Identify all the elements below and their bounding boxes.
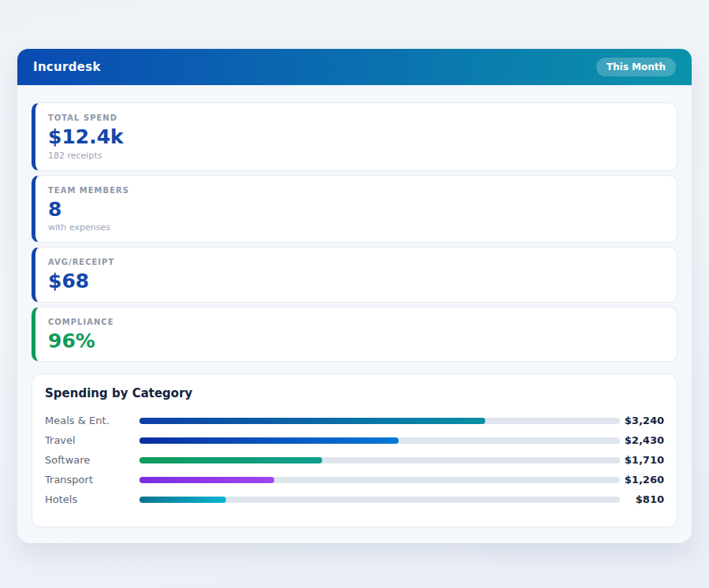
- spending-chart-card: Spending by Category Meals & Ent. $3,240…: [32, 374, 677, 527]
- stat-label: AVG/RECEIPT: [48, 258, 664, 266]
- category-value: $2,430: [620, 434, 664, 446]
- category-label: Transport: [45, 474, 139, 486]
- bar-track: [139, 437, 620, 444]
- stat-value: $68: [48, 270, 664, 292]
- period-badge[interactable]: This Month: [596, 58, 676, 76]
- dashboard-content: TOTAL SPEND $12.4k 182 receipts TEAM MEM…: [17, 85, 692, 543]
- bar-track: [139, 497, 620, 503]
- bar-fill: [139, 418, 485, 424]
- stat-subtext: with expenses: [48, 222, 664, 233]
- stat-card: COMPLIANCE 96%: [32, 307, 677, 363]
- category-value: $3,240: [620, 415, 664, 426]
- stat-value: $12.4k: [48, 126, 664, 148]
- bar-track: [139, 457, 620, 463]
- stat-label: COMPLIANCE: [48, 318, 664, 326]
- chart-row: Transport $1,260: [45, 470, 664, 489]
- app-header: Incurdesk This Month: [17, 49, 692, 85]
- stat-card: TEAM MEMBERS 8 with expenses: [32, 175, 677, 244]
- dashboard-panel: Incurdesk This Month TOTAL SPEND $12.4k …: [17, 49, 692, 543]
- category-value: $810: [620, 493, 664, 505]
- bar-track: [139, 477, 620, 483]
- bar-fill: [139, 457, 322, 463]
- stat-subtext: 182 receipts: [48, 151, 664, 161]
- chart-row: Travel $2,430: [45, 430, 664, 450]
- stat-value: 96%: [48, 330, 664, 352]
- category-label: Travel: [45, 434, 139, 446]
- bar-track: [139, 418, 620, 424]
- chart-row: Software $1,710: [45, 450, 664, 470]
- stat-label: TEAM MEMBERS: [48, 186, 664, 195]
- category-label: Meals & Ent.: [45, 415, 139, 426]
- chart-row: Hotels $810: [45, 489, 664, 509]
- category-label: Software: [45, 454, 139, 466]
- category-value: $1,710: [620, 454, 664, 466]
- chart-title: Spending by Category: [45, 386, 664, 400]
- app-title: Incurdesk: [33, 60, 101, 74]
- bar-fill: [139, 497, 226, 503]
- chart-rows: Meals & Ent. $3,240 Travel $2,430 Softwa…: [45, 411, 664, 509]
- category-value: $1,260: [620, 474, 664, 486]
- bar-fill: [139, 437, 399, 444]
- bar-fill: [139, 477, 274, 483]
- stats-list: TOTAL SPEND $12.4k 182 receipts TEAM MEM…: [32, 102, 677, 362]
- stat-card: AVG/RECEIPT $68: [32, 247, 677, 303]
- stat-card: TOTAL SPEND $12.4k 182 receipts: [32, 102, 677, 171]
- chart-row: Meals & Ent. $3,240: [45, 411, 664, 430]
- category-label: Hotels: [45, 493, 139, 505]
- stat-label: TOTAL SPEND: [48, 114, 664, 122]
- stat-value: 8: [48, 199, 664, 221]
